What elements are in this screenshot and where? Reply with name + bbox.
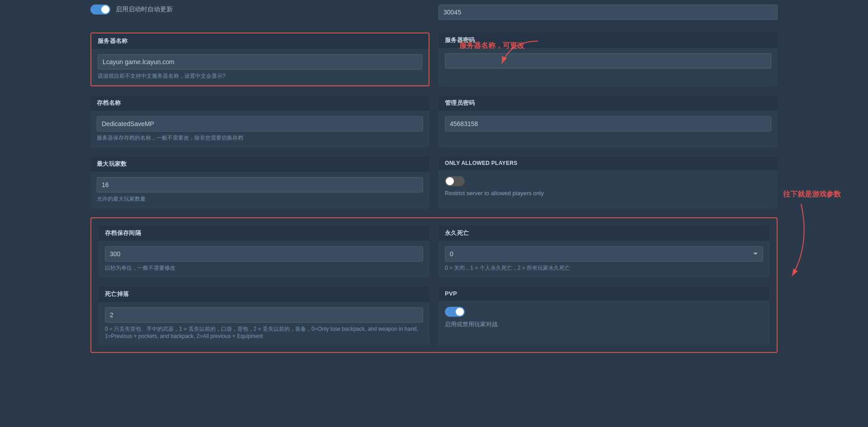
annotation-arrow-svg <box>493 37 547 73</box>
permanent-death-hint: 0 = 关闭，1 = 个人永久死亡，2 = 所有玩家永久死亡 <box>445 264 763 272</box>
server-password-card: 服务器密码 <box>439 33 778 86</box>
server-password-body <box>439 48 778 74</box>
max-players-hint: 允许的最大玩家数量 <box>97 195 423 203</box>
right-annotation-arrow <box>783 204 819 285</box>
save-interval-hint: 以秒为单位，一般不需要修改 <box>105 264 423 272</box>
only-allowed-players-card: ONLY ALLOWED PLAYERS Restrict server to … <box>439 156 778 208</box>
save-interval-body: 以秒为单位，一般不需要修改 <box>99 241 429 277</box>
game-params-section: 存档保存间隔 以秒为单位，一般不需要修改 永久死亡 0 1 2 <box>90 217 778 353</box>
only-allowed-desc: Restrict server to allowed players only <box>445 190 771 197</box>
server-name-card: 服务器名称 该游戏目前不支持中文服务器名称，设置中文会显示? <box>90 33 429 86</box>
only-allowed-players-header: ONLY ALLOWED PLAYERS <box>439 156 778 170</box>
save-name-body: 服务器保存存档的名称，一般不需要改，除非您需要切换存档 <box>90 111 429 147</box>
max-players-card: 最大玩家数 允许的最大玩家数量 <box>90 156 429 208</box>
death-drop-card: 死亡掉落 0 = 只丢失背包、手中的武器，1 = 丢失以前的，口袋，背包，2 =… <box>99 286 429 345</box>
auto-update-section: 启用启动时自动更新 <box>90 5 173 14</box>
server-name-header: 服务器名称 <box>91 33 429 49</box>
permanent-death-select[interactable]: 0 1 2 <box>445 246 763 262</box>
save-interval-card: 存档保存间隔 以秒为单位，一般不需要修改 <box>99 225 429 277</box>
permanent-death-body: 0 1 2 0 = 关闭，1 = 个人永久死亡，2 = 所有玩家永久死亡 <box>439 241 769 277</box>
only-allowed-knob <box>446 177 454 185</box>
only-allowed-players-body: Restrict server to allowed players only <box>439 170 778 203</box>
pvp-card: PVP 启用或禁用玩家对战 <box>439 286 769 345</box>
max-players-input[interactable] <box>97 177 423 192</box>
max-players-body: 允许的最大玩家数量 <box>90 172 429 208</box>
permanent-death-header: 永久死亡 <box>439 225 769 241</box>
right-annotation-fixed: 往下就是游戏参数 <box>783 190 841 287</box>
death-drop-hint: 0 = 只丢失背包、手中的武器，1 = 丢失以前的，口袋，背包，2 = 丢失以前… <box>105 325 423 339</box>
server-name-input[interactable] <box>98 54 422 70</box>
death-drop-body: 0 = 只丢失背包、手中的武器，1 = 丢失以前的，口袋，背包，2 = 丢失以前… <box>99 302 429 345</box>
admin-password-header: 管理员密码 <box>439 95 778 111</box>
row-save-admin: 存档名称 服务器保存存档的名称，一般不需要改，除非您需要切换存档 管理员密码 <box>90 95 778 147</box>
row-maxplayers-allowedplayers: 最大玩家数 允许的最大玩家数量 ONLY ALLOWED PLAYERS Res… <box>90 156 778 208</box>
toggle-knob <box>101 5 109 14</box>
pvp-toggle-row <box>445 307 763 317</box>
pvp-knob <box>456 308 464 316</box>
save-interval-header: 存档保存间隔 <box>99 225 429 241</box>
pvp-toggle[interactable] <box>445 307 465 317</box>
admin-password-card: 管理员密码 <box>439 95 778 147</box>
save-name-header: 存档名称 <box>90 95 429 111</box>
auto-update-toggle[interactable] <box>90 5 110 14</box>
save-name-card: 存档名称 服务器保存存档的名称，一般不需要改，除非您需要切换存档 <box>90 95 429 147</box>
game-params-grid: 存档保存间隔 以秒为单位，一般不需要修改 永久死亡 0 1 2 <box>91 218 777 352</box>
port-input[interactable] <box>439 5 778 20</box>
save-interval-input[interactable] <box>105 246 423 262</box>
pvp-body: 启用或禁用玩家对战 <box>439 300 769 335</box>
server-name-hint: 该游戏目前不支持中文服务器名称，设置中文会显示? <box>98 72 422 80</box>
pvp-header: PVP <box>439 286 769 300</box>
death-drop-input[interactable] <box>105 307 423 323</box>
port-field-wrapper <box>439 5 778 20</box>
admin-password-body <box>439 111 778 137</box>
save-name-hint: 服务器保存存档的名称，一般不需要改，除非您需要切换存档 <box>97 134 423 142</box>
pvp-desc: 启用或禁用玩家对战 <box>445 320 763 328</box>
row-server-name-password: 服务器名称 该游戏目前不支持中文服务器名称，设置中文会显示? 服务器密码 <box>90 33 778 86</box>
only-allowed-toggle-row <box>445 176 771 186</box>
only-allowed-toggle[interactable] <box>445 176 465 186</box>
auto-update-label: 启用启动时自动更新 <box>116 5 173 14</box>
admin-password-input[interactable] <box>445 116 771 131</box>
right-annotation-label: 往下就是游戏参数 <box>783 190 841 199</box>
page-container: 启用启动时自动更新 服务器名称 该游戏目前不支持中文服务器名称，设置中文会显示?… <box>0 0 868 427</box>
server-name-body: 该游戏目前不支持中文服务器名称，设置中文会显示? <box>91 49 429 85</box>
max-players-header: 最大玩家数 <box>90 156 429 172</box>
death-drop-header: 死亡掉落 <box>99 286 429 302</box>
save-name-input[interactable] <box>97 116 423 131</box>
permanent-death-card: 永久死亡 0 1 2 0 = 关闭，1 = 个人永久死亡，2 = 所有玩家永久死… <box>439 225 769 277</box>
